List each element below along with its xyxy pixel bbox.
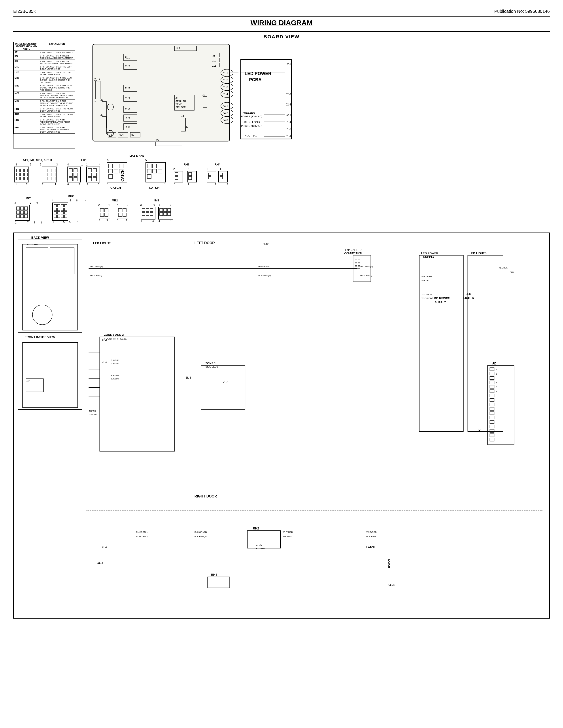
connector-row-1: AT1, IM1, MB1, & RH1 3 9 9 3 1 [13, 154, 550, 190]
svg-rect-104 [21, 173, 24, 176]
svg-text:SUPPLY: SUPPLY [435, 301, 446, 304]
svg-text:SENSOR: SENSOR [175, 106, 186, 109]
svg-rect-245 [123, 213, 126, 216]
svg-text:WHT/RED(1): WHT/RED(1) [90, 265, 103, 268]
svg-text:LED POWER: LED POWER [433, 297, 450, 300]
svg-rect-356 [490, 385, 494, 388]
mb2-label: MB2 [97, 199, 132, 202]
svg-rect-273 [26, 248, 48, 274]
svg-rect-158 [146, 162, 165, 182]
svg-rect-170 [174, 171, 183, 182]
svg-rect-138 [93, 169, 96, 172]
exp-cell: 9 PIN CONNECTION AT AIR TOWER [39, 51, 75, 54]
svg-rect-108 [24, 177, 28, 180]
svg-rect-186 [220, 176, 222, 179]
connector-mc1-group: MC1 3 9 9 1 7 7 3 [13, 197, 44, 226]
svg-text:LED POWER: LED POWER [244, 71, 271, 76]
svg-text:Z1-1: Z1-1 [222, 71, 228, 75]
page-container: EI23BC35K Publication No: 5995680146 WIR… [0, 0, 563, 728]
svg-text:6: 6 [153, 203, 155, 206]
svg-text:J2: J2 [100, 98, 103, 102]
svg-text:1: 1 [141, 220, 142, 223]
svg-rect-116 [48, 173, 51, 176]
svg-text:SIDE LEDS: SIDE LEDS [205, 365, 218, 368]
svg-text:RIGHT DOOR: RIGHT DOOR [194, 494, 217, 498]
svg-text:4: 4 [158, 220, 160, 223]
svg-rect-267 [167, 212, 171, 216]
svg-rect-210 [54, 205, 56, 207]
svg-rect-195 [17, 211, 20, 214]
svg-rect-258 [150, 212, 153, 216]
abbreviation-table: INLINE CONNECTOR ABBREVIATION KEYABBR. E… [13, 42, 75, 148]
svg-text:WHT/RED: WHT/RED [283, 531, 293, 533]
svg-text:9: 9 [30, 163, 31, 166]
svg-rect-354 [490, 376, 494, 379]
svg-rect-235 [100, 208, 104, 212]
svg-text:3: 3 [496, 377, 497, 379]
svg-text:7: 7 [34, 221, 35, 224]
svg-text:U2: U2 [109, 133, 112, 136]
abbr-col-header: INLINE CONNECTOR ABBREVIATION KEYABBR. [14, 42, 39, 51]
svg-rect-237 [100, 213, 104, 216]
svg-text:FRESH FOOD: FRESH FOOD [242, 121, 260, 124]
svg-text:1: 1 [170, 220, 171, 223]
svg-text:Z1-2: Z1-2 [222, 79, 228, 82]
svg-rect-345 [358, 260, 360, 262]
svg-text:CLOR: CLOR [388, 584, 395, 586]
svg-rect-218 [54, 212, 56, 214]
svg-text:POWER (120V AC): POWER (120V AC) [241, 125, 262, 127]
svg-text:LIGHTS: LIGHTS [463, 296, 474, 300]
svg-rect-221 [64, 212, 67, 214]
exp-cell: 9 PIN CONNECTION WITH THICKER WIRES AT T… [39, 118, 75, 126]
svg-rect-193 [21, 207, 24, 210]
svg-text:2: 2 [94, 78, 96, 81]
svg-text:WHT/GRN: WHT/GRN [422, 293, 432, 295]
svg-rect-212 [61, 205, 64, 207]
svg-text:LED: LED [466, 292, 471, 296]
abbr-cell: MC1 [14, 92, 39, 99]
svg-rect-129 [74, 169, 77, 172]
svg-text:1: 1 [53, 221, 54, 224]
svg-text:J1-4: J1-4 [286, 121, 291, 124]
svg-rect-225 [64, 215, 67, 218]
svg-rect-224 [61, 215, 64, 218]
svg-rect-133 [74, 177, 77, 181]
svg-rect-352 [490, 368, 494, 371]
svg-rect-220 [61, 212, 64, 214]
exp-cell: 9 PIN CONNECTION IN FRESH FOOD ICEMAKER … [39, 60, 75, 65]
svg-rect-128 [69, 169, 72, 172]
svg-rect-120 [52, 177, 55, 180]
svg-text:RH4: RH4 [211, 573, 217, 576]
svg-text:4: 4 [152, 220, 154, 223]
svg-rect-360 [490, 403, 494, 406]
svg-text:WHT/RED(1): WHT/RED(1) [258, 265, 271, 268]
svg-text:BLK/BRN: BLK/BRN [366, 535, 376, 538]
svg-text:CONNECTION: CONNECTION [344, 252, 362, 255]
svg-text:FRONT OF FREEZER: FRONT OF FREEZER [104, 337, 128, 340]
svg-rect-367 [490, 434, 494, 437]
svg-text:1: 1 [174, 183, 175, 186]
svg-text:Z1-4: Z1-4 [222, 93, 228, 96]
exp-cell: 5 PIN CONNECTION AT THE RIGHT DOOR UPPER… [39, 113, 75, 118]
svg-text:BLK/ORN(2): BLK/ORN(2) [258, 274, 271, 277]
svg-rect-222 [54, 215, 56, 218]
rh4-label: RH4 [205, 163, 229, 166]
svg-rect-364 [490, 420, 494, 424]
svg-text:2: 2 [127, 203, 128, 206]
svg-text:SUPPLY: SUPPLY [423, 255, 435, 259]
svg-text:RL2: RL2 [125, 65, 130, 68]
svg-rect-151 [109, 169, 113, 173]
svg-text:1: 1 [188, 183, 189, 186]
svg-rect-115 [44, 173, 47, 176]
svg-rect-112 [44, 169, 47, 172]
svg-rect-132 [69, 177, 72, 181]
svg-text:3: 3 [79, 183, 80, 186]
svg-rect-362 [490, 412, 494, 415]
svg-text:LEFT DOOR: LEFT DOOR [194, 241, 215, 245]
svg-text:4: 4 [67, 163, 69, 166]
svg-rect-131 [74, 173, 77, 176]
svg-text:FREEZER: FREEZER [242, 111, 255, 114]
svg-text:RL3: RL3 [125, 97, 130, 100]
svg-rect-182 [208, 176, 211, 179]
svg-text:BLK/RED: BLK/RED [256, 548, 265, 550]
